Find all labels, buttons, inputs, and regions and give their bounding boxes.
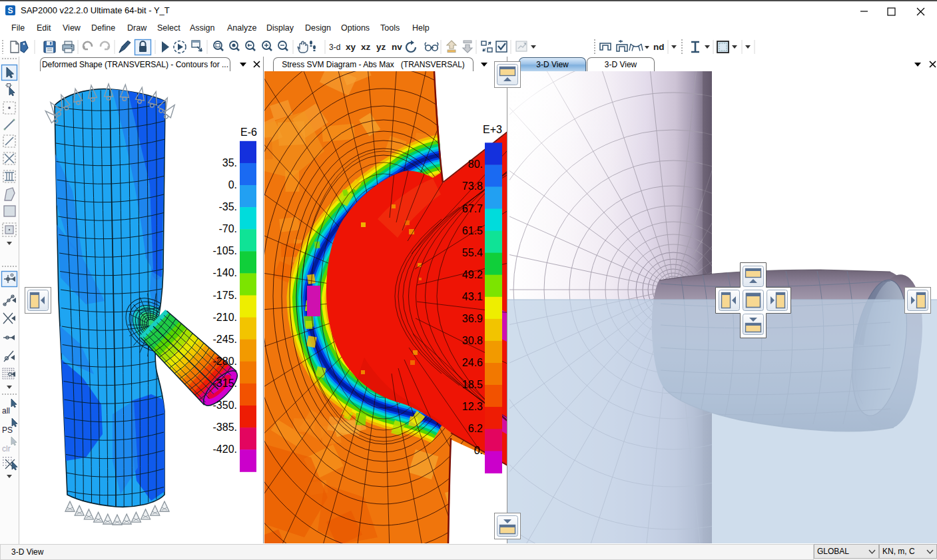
svg-text:S: S — [7, 6, 13, 15]
svg-text:0.: 0. — [228, 179, 237, 190]
svg-text:PS: PS — [2, 425, 13, 435]
svg-text:nv: nv — [392, 42, 402, 52]
svg-text:80.: 80. — [468, 158, 483, 170]
svg-text:xy: xy — [346, 42, 356, 52]
svg-text:E-6: E-6 — [240, 127, 257, 138]
svg-text:clr: clr — [2, 444, 11, 453]
svg-text:nd: nd — [653, 42, 665, 52]
svg-text:35.: 35. — [222, 157, 237, 168]
svg-text:yz: yz — [376, 42, 386, 52]
svg-text:-140.: -140. — [213, 267, 237, 278]
svg-text:67.7: 67.7 — [462, 203, 483, 214]
svg-text:73.8: 73.8 — [462, 180, 483, 192]
svg-text:E+3: E+3 — [483, 124, 502, 135]
svg-text:36.9: 36.9 — [462, 313, 483, 324]
svg-text:-175.: -175. — [213, 290, 237, 301]
svg-text:all: all — [2, 406, 10, 416]
svg-text:49.2: 49.2 — [462, 269, 483, 280]
svg-text:-280.: -280. — [213, 356, 237, 367]
svg-text:-350.: -350. — [213, 400, 237, 411]
svg-text:-70.: -70. — [218, 223, 237, 234]
svg-text:6.2: 6.2 — [468, 423, 483, 434]
svg-text:-245.: -245. — [213, 334, 237, 345]
svg-text:12.3: 12.3 — [462, 401, 483, 412]
svg-text:61.5: 61.5 — [462, 225, 483, 236]
svg-text:-385.: -385. — [213, 421, 237, 433]
svg-text:18.5: 18.5 — [462, 379, 483, 390]
svg-text:43.1: 43.1 — [462, 291, 483, 302]
svg-text:55.4: 55.4 — [462, 247, 483, 258]
svg-text:-105.: -105. — [213, 245, 237, 256]
svg-text:0.: 0. — [474, 445, 483, 456]
svg-text:-210.: -210. — [213, 312, 237, 323]
svg-text:-35.: -35. — [218, 201, 237, 212]
svg-text:24.6: 24.6 — [462, 357, 483, 368]
svg-text:30.8: 30.8 — [462, 335, 483, 346]
svg-text:-315.: -315. — [213, 378, 237, 389]
svg-text:3-d: 3-d — [329, 43, 340, 52]
svg-text:xz: xz — [361, 42, 371, 52]
svg-text:-420.: -420. — [213, 443, 237, 455]
